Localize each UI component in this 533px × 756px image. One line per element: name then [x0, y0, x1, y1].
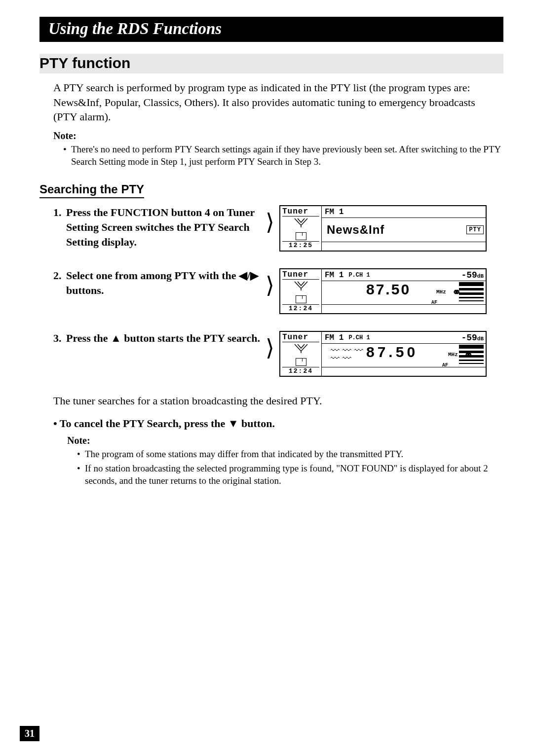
- step-3-num: 3.: [53, 331, 66, 346]
- step-2-text: 2. Select one from among PTY with the ◀/…: [53, 268, 261, 297]
- note-top-item: There's no need to perform PTY Search se…: [63, 144, 501, 168]
- subheading: Searching the PTY: [39, 182, 144, 198]
- step-3-text: 3. Press the ▲ button starts the PTY sea…: [53, 331, 261, 346]
- lcd-time-2: 12:24: [282, 304, 319, 312]
- step-3-body: Press the ▲ button starts the PTY search…: [66, 331, 261, 346]
- map-icon: [296, 232, 306, 240]
- lcd-freq-unit: MHz: [436, 289, 446, 295]
- lcd-pty-text: News&Inf: [322, 223, 384, 237]
- note-bottom-item-2: If no station broadcasting the selected …: [77, 463, 501, 487]
- page-number: 31: [20, 726, 39, 741]
- hand-pointer-icon: ⟩: [261, 205, 279, 234]
- lcd-time-3: 12:24: [282, 367, 319, 375]
- lcd-frequency-searching: 87.50: [366, 344, 418, 360]
- step-2-num: 2.: [53, 268, 66, 297]
- lcd-tuner-label: Tuner: [282, 270, 319, 280]
- lcd-fm-label: FM 1: [322, 333, 343, 342]
- lcd-screen-1: Tuner 12:25 FM 1 News&Inf PTY: [279, 205, 487, 252]
- note-label-bottom: Note:: [67, 435, 503, 446]
- hand-pointer-icon: ⟩: [261, 268, 279, 297]
- hand-pointer-icon: ⟩: [261, 331, 279, 360]
- scribble-icon: 〰〰: [331, 354, 354, 364]
- lcd-tuner-label: Tuner: [282, 333, 319, 342]
- lcd-fm-label: FM 1: [322, 271, 343, 280]
- note-bottom-item-1: The program of some stations may differ …: [77, 448, 501, 461]
- signal-bars-icon: [459, 282, 484, 303]
- map-icon: [296, 295, 306, 303]
- lcd-frequency: 87.50: [366, 281, 411, 298]
- map-icon: [296, 358, 306, 366]
- step-3-row: 3. Press the ▲ button starts the PTY sea…: [39, 331, 503, 377]
- lcd-screen-2: Tuner 12:24 FM 1 P.CH 1 -59dB 87.50 MHz …: [279, 268, 487, 314]
- lcd-screen-3: Tuner 12:24 FM 1 P.CH 1 -59dB 〰〰〰 〰〰 87.…: [279, 331, 487, 377]
- note-label-top: Note:: [53, 130, 503, 142]
- step-1-text: 1. Press the FUNCTION button 4 on Tuner …: [53, 205, 261, 249]
- chapter-title: Using the RDS Functions: [39, 17, 503, 42]
- lcd-pty-pill: PTY: [466, 225, 484, 234]
- signal-bars-icon: [459, 345, 484, 366]
- step-2-body: Select one from among PTY with the ◀/▶ b…: [66, 268, 261, 297]
- antenna-icon: [282, 216, 319, 231]
- step-1-row: 1. Press the FUNCTION button 4 on Tuner …: [39, 205, 503, 252]
- antenna-icon: [282, 280, 319, 294]
- step-1-num: 1.: [53, 205, 66, 249]
- lcd-fm-label: FM 1: [322, 208, 343, 216]
- cancel-instruction: • To cancel the PTY Search, press the ▼ …: [53, 417, 503, 430]
- note-list-bottom: The program of some stations may differ …: [77, 448, 501, 487]
- lcd-pch-label: P.CH 1: [348, 334, 370, 341]
- section-heading: PTY function: [39, 54, 503, 73]
- lcd-db-value: -59dB: [461, 270, 484, 280]
- note-list-top: There's no need to perform PTY Search se…: [63, 144, 501, 168]
- step-2-row: 2. Select one from among PTY with the ◀/…: [39, 268, 503, 314]
- lcd-freq-unit: MHz: [448, 352, 458, 358]
- lcd-db-value: -59dB: [461, 333, 484, 343]
- lcd-pch-label: P.CH 1: [348, 272, 370, 279]
- step-1-body: Press the FUNCTION button 4 on Tuner Set…: [66, 205, 261, 249]
- lcd-tuner-label: Tuner: [282, 207, 319, 216]
- antenna-icon: [282, 342, 319, 357]
- lcd-time-1: 12:25: [282, 241, 319, 249]
- intro-paragraph: A PTY search is performed by program typ…: [53, 80, 501, 124]
- after-steps-text: The tuner searches for a station broadca…: [53, 394, 501, 408]
